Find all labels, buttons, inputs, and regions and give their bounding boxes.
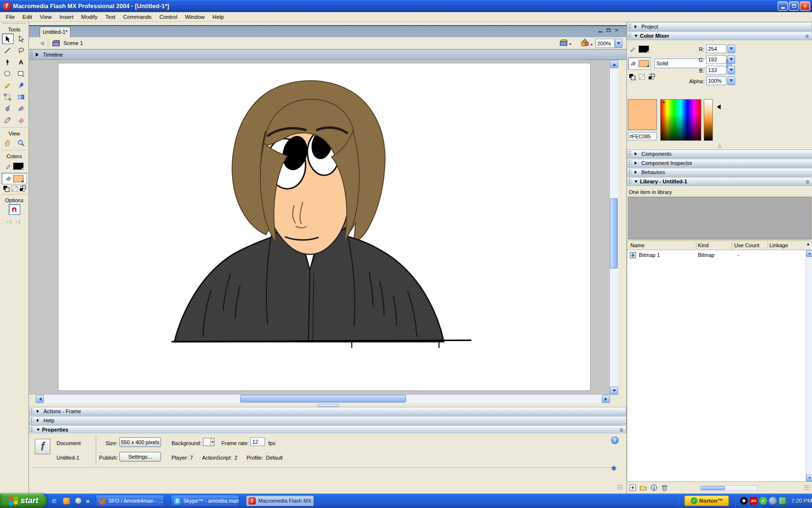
horizontal-scroll-thumb[interactable] bbox=[701, 486, 725, 490]
publish-settings-button[interactable]: Settings... bbox=[119, 452, 161, 462]
canvas-vertical-scrollbar[interactable] bbox=[610, 60, 618, 395]
zoom-tool-icon[interactable] bbox=[15, 137, 27, 148]
vertical-scroll-thumb[interactable] bbox=[610, 198, 618, 269]
menu-view[interactable]: View bbox=[36, 13, 56, 21]
mixer-fill-swatch[interactable] bbox=[638, 60, 649, 67]
library-item-row[interactable]: Bitmap 1 Bitmap - bbox=[627, 251, 805, 259]
snap-magnet-icon[interactable] bbox=[9, 204, 20, 215]
hex-color-input[interactable] bbox=[628, 132, 657, 140]
help-icon[interactable]: ? bbox=[611, 436, 619, 444]
swap-colors-icon[interactable] bbox=[648, 74, 655, 80]
behaviors-panel-header[interactable]: Behaviors bbox=[627, 168, 812, 177]
component-inspector-panel-header[interactable]: Component Inspector bbox=[627, 159, 812, 167]
project-panel-header[interactable]: Project bbox=[627, 22, 812, 31]
color-mixer-panel-header[interactable]: Color Mixer ≡ bbox=[627, 31, 812, 40]
text-tool-icon[interactable]: A bbox=[15, 57, 27, 67]
no-color-icon[interactable] bbox=[638, 74, 645, 80]
library-panel-header[interactable]: Library - Untitled-1 ≡ bbox=[627, 177, 812, 186]
library-scrollbar[interactable] bbox=[806, 250, 812, 481]
scroll-up-button[interactable] bbox=[806, 250, 812, 257]
brush-tool-icon[interactable] bbox=[15, 80, 27, 90]
menu-text[interactable]: Text bbox=[102, 13, 119, 21]
ink-bottle-tool-icon[interactable] bbox=[2, 103, 14, 114]
oval-tool-icon[interactable] bbox=[2, 68, 14, 79]
panel-grip[interactable] bbox=[629, 151, 631, 157]
eyedropper-tool-icon[interactable] bbox=[2, 115, 14, 125]
zoom-dropdown-button[interactable] bbox=[615, 39, 623, 48]
media-quicklaunch-icon[interactable] bbox=[61, 496, 71, 506]
arrow-tool-icon[interactable] bbox=[2, 33, 14, 44]
quicklaunch-overflow-chevron[interactable]: » bbox=[86, 497, 89, 505]
start-button[interactable]: start bbox=[0, 493, 47, 508]
stage[interactable] bbox=[58, 63, 591, 391]
pen-tool-icon[interactable] bbox=[2, 57, 14, 67]
library-col-use-count[interactable]: Use Count bbox=[734, 242, 759, 248]
fill-color-swatch[interactable] bbox=[13, 175, 24, 182]
g-input[interactable] bbox=[706, 55, 726, 64]
color-spectrum-picker[interactable] bbox=[660, 99, 701, 141]
panel-grip[interactable] bbox=[629, 24, 631, 30]
library-h-scrollbar[interactable] bbox=[699, 485, 757, 491]
restore-button[interactable] bbox=[789, 1, 799, 11]
tools-panel-grip[interactable] bbox=[3, 23, 26, 25]
delete-item-icon[interactable] bbox=[661, 484, 668, 492]
frame-rate-input[interactable] bbox=[250, 437, 265, 446]
doc-close-icon[interactable]: ✕ bbox=[615, 28, 619, 33]
default-colors-icon[interactable] bbox=[3, 185, 10, 192]
panel-expander[interactable]: △ bbox=[627, 143, 812, 149]
stroke-color-swatch[interactable] bbox=[13, 163, 24, 170]
timeline-bar[interactable]: Timeline bbox=[29, 49, 626, 60]
volume-tray-icon[interactable] bbox=[769, 497, 777, 505]
subselection-tool-icon[interactable] bbox=[15, 33, 27, 44]
panel-options-menu-icon[interactable]: ≡ bbox=[620, 427, 623, 433]
options-asterisk-icon[interactable]: ✱ bbox=[611, 464, 617, 472]
canvas-horizontal-scrollbar[interactable] bbox=[36, 395, 610, 403]
swap-colors-icon[interactable] bbox=[19, 185, 26, 192]
rectangle-tool-icon[interactable] bbox=[15, 68, 27, 79]
edit-symbols-icon[interactable] bbox=[580, 38, 595, 48]
norton-badge[interactable]: ✓ Norton™ bbox=[684, 495, 729, 506]
canvas-pasteboard[interactable] bbox=[29, 60, 610, 395]
hand-tool-icon[interactable] bbox=[2, 137, 14, 148]
panel-options-menu-icon[interactable]: ≡ bbox=[805, 33, 809, 40]
document-size-button[interactable]: 550 x 400 pixels bbox=[119, 437, 161, 447]
resize-grip[interactable] bbox=[805, 485, 811, 491]
library-col-kind[interactable]: Kind bbox=[698, 242, 709, 248]
scroll-right-button[interactable] bbox=[602, 395, 610, 403]
brightness-marker-icon[interactable] bbox=[714, 105, 721, 109]
menu-insert[interactable]: Insert bbox=[56, 13, 77, 21]
taskbar-button-skype[interactable]: S Skype™ - amoeba.man bbox=[171, 495, 239, 507]
panel-grip[interactable] bbox=[629, 160, 631, 166]
background-color-swatch[interactable] bbox=[203, 438, 215, 446]
menu-commands[interactable]: Commands bbox=[119, 13, 156, 21]
shield-tray-icon[interactable] bbox=[779, 497, 786, 505]
b-slider-button[interactable] bbox=[727, 66, 735, 75]
scroll-down-button[interactable] bbox=[806, 475, 812, 481]
menu-help[interactable]: Help bbox=[209, 13, 228, 21]
edit-scene-icon[interactable] bbox=[560, 39, 574, 47]
document-tab[interactable]: Untitled-1* bbox=[40, 27, 71, 37]
actions-panel-header[interactable]: Actions - Frame bbox=[29, 407, 626, 416]
library-sort-button[interactable]: ▲ bbox=[806, 242, 810, 246]
library-col-linkage[interactable]: Linkage bbox=[769, 242, 788, 248]
lasso-tool-icon[interactable] bbox=[15, 45, 27, 56]
g-slider-button[interactable] bbox=[727, 55, 735, 64]
scroll-left-button[interactable] bbox=[36, 395, 44, 403]
r-slider-button[interactable] bbox=[727, 45, 735, 53]
close-button[interactable]: ✕ bbox=[800, 1, 810, 11]
panel-options-menu-icon[interactable]: ≡ bbox=[806, 179, 809, 185]
library-col-name[interactable]: Name bbox=[630, 242, 644, 248]
horizontal-scroll-thumb[interactable] bbox=[240, 395, 406, 403]
doc-restore-icon[interactable] bbox=[607, 29, 610, 32]
panel-grip[interactable] bbox=[629, 179, 631, 184]
timeline-grip[interactable] bbox=[30, 51, 33, 58]
b-input[interactable] bbox=[706, 66, 726, 75]
new-symbol-icon[interactable] bbox=[629, 484, 637, 492]
components-panel-header[interactable]: Components bbox=[627, 149, 812, 158]
messenger-tray-icon[interactable]: ✓ bbox=[759, 497, 767, 505]
pencil-tool-icon[interactable] bbox=[2, 80, 14, 90]
panel-grip[interactable] bbox=[629, 169, 631, 175]
mixer-stroke-swatch[interactable] bbox=[638, 45, 649, 53]
menu-file[interactable]: File bbox=[2, 13, 19, 21]
menu-modify[interactable]: Modify bbox=[77, 13, 102, 21]
